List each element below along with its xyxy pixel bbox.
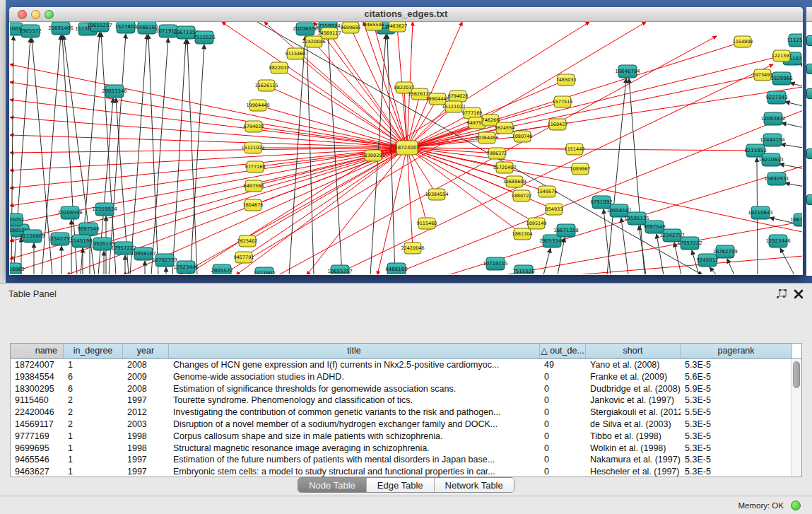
table-cell[interactable]: 1 (64, 431, 123, 443)
table-cell[interactable]: 0 (540, 443, 586, 455)
table-row[interactable]: 1456911722003Disruption of a novel membe… (11, 419, 801, 431)
table-cell[interactable]: 1998 (123, 431, 169, 443)
table-cell[interactable]: 5.3E-5 (681, 395, 792, 407)
table-cell[interactable]: 9115460 (11, 395, 64, 407)
table-cell[interactable]: 6 (64, 371, 123, 383)
scrollbar-thumb[interactable] (793, 361, 800, 388)
column-header-short[interactable]: short (586, 344, 681, 358)
table-cell[interactable]: 2 (64, 419, 123, 431)
table-cell[interactable]: Changes of HCN gene expression and I(f) … (169, 359, 540, 371)
table-cell[interactable]: 5.6E-5 (681, 371, 792, 383)
tab-node-table[interactable]: Node Table (298, 478, 366, 492)
column-header-year[interactable]: year (123, 344, 169, 358)
table-cell[interactable]: Disruption of a novel member of a sodium… (169, 419, 540, 431)
table-cell[interactable]: 1997 (123, 395, 169, 407)
table-cell[interactable]: Tourette syndrome. Phenomenology and cla… (169, 395, 540, 407)
table-row[interactable]: 1830029562008Estimation of significance … (11, 383, 801, 395)
table-cell[interactable]: 2008 (123, 383, 169, 395)
table-cell[interactable]: 9699695 (11, 443, 64, 455)
table-cell[interactable]: 9465546 (11, 454, 64, 466)
table-cell[interactable]: 0 (540, 454, 586, 466)
table-row[interactable]: 946362711997Embryonic stem cells: a mode… (11, 466, 801, 477)
table-cell[interactable]: 0 (540, 466, 586, 477)
table-cell[interactable]: 0 (540, 419, 586, 431)
secondary-window-sliver[interactable] (806, 7, 812, 276)
table-cell[interactable]: 1 (64, 443, 123, 455)
table-cell[interactable]: Embryonic stem cells: a model to study s… (169, 466, 540, 477)
table-cell[interactable]: Yano et al. (2008) (586, 359, 681, 371)
float-panel-icon[interactable] (776, 288, 787, 300)
table-cell[interactable]: 19384554 (11, 371, 64, 383)
table-cell[interactable]: 1997 (123, 466, 169, 477)
table-cell[interactable]: 0 (540, 371, 586, 383)
table-cell[interactable]: 6 (64, 383, 123, 395)
minimize-window-button[interactable] (31, 10, 40, 19)
table-cell[interactable]: 2012 (123, 407, 169, 419)
tab-network-table[interactable]: Network Table (434, 478, 514, 492)
table-cell[interactable]: Structural magnetic resonance image aver… (169, 443, 540, 455)
column-header-pagerank[interactable]: pagerank (681, 344, 792, 358)
table-cell[interactable]: 9777169 (11, 431, 64, 443)
table-cell[interactable]: 18300295 (11, 383, 64, 395)
table-cell[interactable]: 1997 (123, 454, 169, 466)
table-row[interactable]: 969969511998Structural magnetic resonanc… (11, 443, 801, 455)
network-window-titlebar[interactable]: citations_edges.txt (9, 7, 803, 22)
column-header-name[interactable]: name (11, 344, 64, 358)
table-cell[interactable]: 0 (540, 395, 586, 407)
table-cell[interactable]: Genome-wide association studies in ADHD. (169, 371, 540, 383)
table-cell[interactable]: 5.3E-5 (681, 419, 792, 431)
table-row[interactable]: 1872400712008Changes of HCN gene express… (11, 359, 801, 371)
table-cell[interactable]: Estimation of significance thresholds fo… (169, 383, 540, 395)
table-cell[interactable]: de Silva et al. (2003) (586, 419, 681, 431)
table-row[interactable]: 1938455462009Genome-wide association stu… (11, 371, 801, 383)
table-row[interactable]: 2242004622012Investigating the contribut… (11, 407, 801, 419)
table-cell[interactable]: 22420046 (11, 407, 64, 419)
table-cell[interactable]: 1 (64, 466, 123, 477)
table-row[interactable]: 946554611997Estimation of the future num… (11, 454, 801, 466)
table-cell[interactable]: 2 (64, 395, 123, 407)
tab-edge-table[interactable]: Edge Table (366, 478, 434, 492)
column-header-out_de[interactable]: △ out_de... (540, 344, 586, 358)
table-cell[interactable]: 5.3E-5 (681, 359, 792, 371)
table-cell[interactable]: Investigating the contribution of common… (169, 407, 540, 419)
table-cell[interactable]: 14569117 (11, 419, 64, 431)
table-cell[interactable]: Nakamura et al. (1997) (586, 454, 681, 466)
table-vertical-scrollbar[interactable] (791, 359, 801, 477)
table-cell[interactable]: 5.3E-5 (681, 443, 792, 455)
table-cell[interactable]: 0 (540, 407, 586, 419)
column-header-in_degree[interactable]: in_degree (64, 344, 123, 358)
table-row[interactable]: 977716911998Corpus callosum shape and si… (11, 431, 801, 443)
table-cell[interactable]: 1 (64, 454, 123, 466)
table-cell[interactable]: 18724007 (11, 359, 64, 371)
table-cell[interactable]: Jankovic et al. (1997) (586, 395, 681, 407)
table-cell[interactable]: Dudbridge et al. (2008) (586, 383, 681, 395)
close-window-button[interactable] (18, 10, 27, 19)
table-cell[interactable]: 2 (64, 407, 123, 419)
network-canvas[interactable]: 2620655290557220891406111568691065525715… (10, 22, 802, 274)
table-cell[interactable]: 49 (540, 359, 586, 371)
table-cell[interactable]: Hescheler et al. (1997) (586, 466, 681, 477)
table-cell[interactable]: 1998 (123, 443, 169, 455)
table-cell[interactable]: Corpus callosum shape and size in male p… (169, 431, 540, 443)
table-cell[interactable]: Stergiakouli et al. (2012) (586, 407, 681, 419)
table-cell[interactable]: 5.5E-5 (681, 407, 792, 419)
table-cell[interactable]: 5.3E-5 (681, 454, 792, 466)
table-row[interactable]: 911546021997Tourette syndrome. Phenomeno… (11, 395, 801, 407)
table-cell[interactable]: 5.9E-5 (681, 383, 792, 395)
table-cell[interactable]: Estimation of the future numbers of pati… (169, 454, 540, 466)
table-cell[interactable]: 0 (540, 431, 586, 443)
table-cell[interactable]: Franke et al. (2009) (586, 371, 681, 383)
table-cell[interactable]: Tibbo et al. (1998) (586, 431, 681, 443)
table-cell[interactable]: 5.3E-5 (681, 466, 792, 477)
table-cell[interactable]: 5.3E-5 (681, 431, 792, 443)
table-cell[interactable]: Wolkin et al. (1998) (586, 443, 681, 455)
column-header-title[interactable]: title (169, 344, 540, 358)
table-cell[interactable]: 0 (540, 383, 586, 395)
network-graph[interactable]: 2620655290557220891406111568691065525715… (10, 22, 802, 274)
close-panel-icon[interactable] (793, 288, 804, 300)
table-cell[interactable]: 2008 (123, 359, 169, 371)
table-cell[interactable]: 2009 (123, 371, 169, 383)
table-cell[interactable]: 1 (64, 359, 123, 371)
zoom-window-button[interactable] (45, 10, 54, 19)
table-cell[interactable]: 9463627 (11, 466, 64, 477)
